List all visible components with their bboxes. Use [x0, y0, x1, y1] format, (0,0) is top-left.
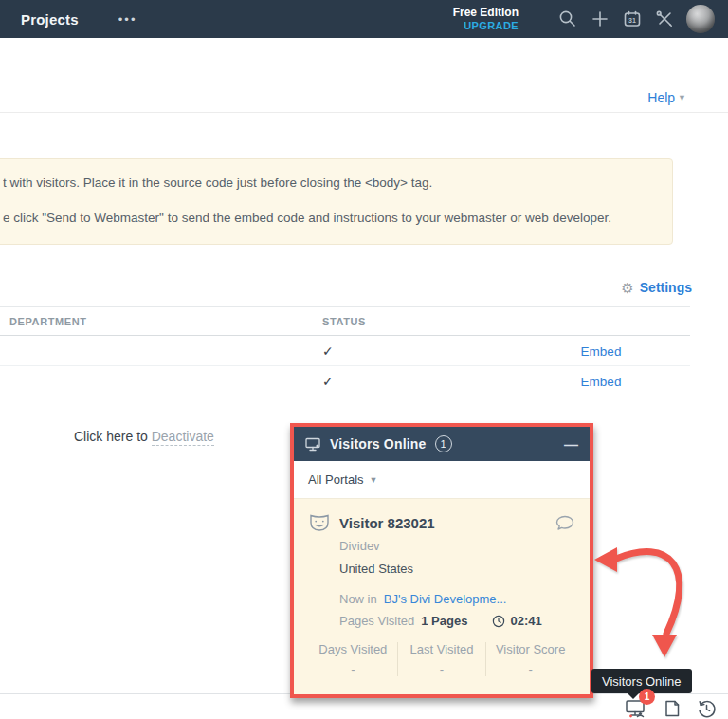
- monitor-visitors-icon: [305, 437, 321, 452]
- notes-tray-icon[interactable]: [660, 697, 684, 719]
- history-tray-icon[interactable]: [694, 697, 719, 719]
- departments-table: DEPARTMENT STATUS ✓ Embed ✓ Embed: [0, 306, 690, 396]
- portal-filter-dropdown[interactable]: All Portals ▼: [294, 461, 590, 499]
- column-status: STATUS: [322, 316, 512, 327]
- time-on-page: 02:41: [510, 614, 541, 628]
- visitor-company: Dividev: [339, 539, 574, 553]
- visitor-stats: Days Visited - Last Visited - Visitor Sc…: [309, 642, 574, 676]
- deactivate-prefix: Click here to: [74, 429, 152, 444]
- embed-instructions-notice: t with visitors. Place it in the source …: [0, 158, 673, 245]
- more-menu-icon[interactable]: •••: [118, 12, 137, 27]
- table-row: ✓ Embed: [0, 336, 690, 366]
- portal-filter-label: All Portals: [308, 472, 364, 487]
- embed-link[interactable]: Embed: [581, 344, 622, 359]
- visitor-count-badge[interactable]: 1: [435, 435, 452, 452]
- column-department: DEPARTMENT: [0, 316, 322, 327]
- now-in-label: Now in: [339, 592, 377, 606]
- stat-visitor-score: Visitor Score -: [485, 642, 574, 676]
- deactivate-row: Click here to Deactivate: [74, 429, 214, 444]
- minimize-button[interactable]: —: [564, 437, 578, 452]
- pages-visited-label: Pages Visited: [339, 614, 414, 628]
- topbar-divider: [537, 9, 537, 29]
- screen: Projects ••• Free Edition UPGRADE 31 Hel…: [0, 0, 728, 719]
- search-icon[interactable]: [552, 3, 584, 35]
- calendar-icon[interactable]: 31: [616, 3, 648, 35]
- calendar-day-number: 31: [628, 17, 636, 24]
- now-in-page-link[interactable]: BJ's Divi Developme...: [384, 592, 507, 606]
- stat-days-visited: Days Visited -: [309, 642, 397, 676]
- deactivate-link[interactable]: Deactivate: [152, 429, 214, 446]
- chat-bubble-icon[interactable]: [555, 515, 574, 531]
- visitor-country: United States: [339, 562, 574, 576]
- stat-label: Visitor Score: [486, 642, 574, 656]
- gear-icon: ⚙: [621, 281, 633, 295]
- widget-title: Visitors Online: [330, 436, 427, 452]
- status-check-icon: ✓: [322, 374, 512, 389]
- top-navbar: Projects ••• Free Edition UPGRADE 31: [0, 0, 728, 38]
- table-row: ✓ Embed: [0, 366, 690, 396]
- upgrade-link[interactable]: UPGRADE: [453, 20, 519, 32]
- notice-line-1: t with visitors. Place it in the source …: [3, 175, 663, 192]
- status-check-icon: ✓: [322, 343, 512, 359]
- unread-count-badge[interactable]: 1: [639, 689, 655, 705]
- visitor-mask-icon: [309, 513, 330, 532]
- widget-header[interactable]: Visitors Online 1 —: [294, 427, 590, 461]
- stat-value: -: [398, 662, 486, 676]
- embed-link[interactable]: Embed: [581, 375, 622, 389]
- clock-icon: [492, 615, 505, 628]
- stat-value: -: [309, 662, 397, 676]
- add-icon[interactable]: [584, 3, 616, 35]
- user-avatar[interactable]: [686, 5, 715, 33]
- tools-icon[interactable]: [648, 3, 681, 35]
- notice-line-2: e click "Send to Webmaster" to send the …: [3, 210, 663, 227]
- chevron-down-icon: ▼: [678, 93, 686, 102]
- stat-value: -: [486, 662, 574, 676]
- chevron-down-icon: ▼: [370, 475, 378, 485]
- stat-last-visited: Last Visited -: [397, 642, 486, 676]
- app-title[interactable]: Projects: [21, 11, 79, 28]
- pages-visited-value: 1 Pages: [421, 614, 467, 628]
- edition-label: Free Edition: [453, 7, 519, 20]
- stat-label: Days Visited: [309, 642, 397, 656]
- table-header: DEPARTMENT STATUS: [0, 307, 690, 336]
- header-divider: [0, 112, 728, 113]
- tooltip-label: Visitors Online: [602, 674, 682, 689]
- edition-block: Free Edition UPGRADE: [453, 7, 519, 31]
- help-label: Help: [647, 90, 675, 105]
- settings-label: Settings: [640, 280, 692, 295]
- visitors-online-widget: Visitors Online 1 — All Portals ▼ Visito…: [290, 423, 593, 698]
- help-link[interactable]: Help▼: [647, 90, 686, 105]
- visitor-name[interactable]: Visitor 823021: [339, 515, 435, 531]
- settings-button[interactable]: ⚙ Settings: [621, 280, 692, 295]
- visitor-card: Visitor 823021 Dividev United States Now…: [294, 499, 590, 676]
- stat-label: Last Visited: [398, 642, 486, 656]
